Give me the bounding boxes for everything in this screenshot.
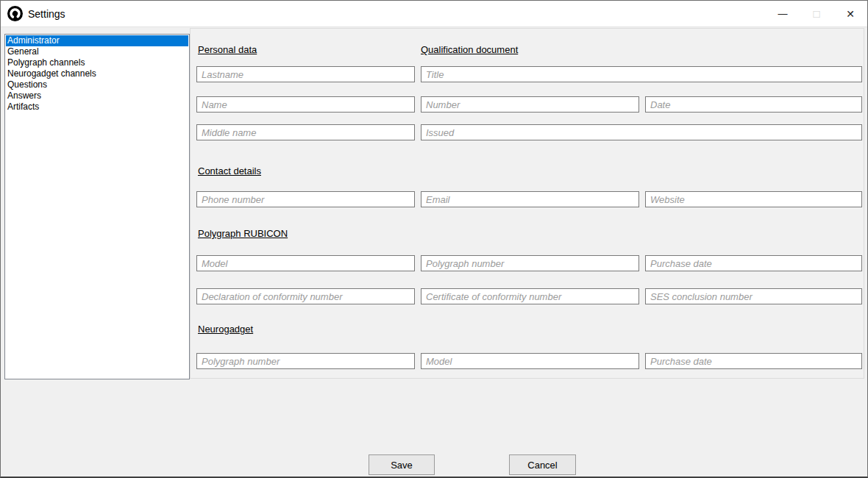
neurogadget-heading: Neurogadget <box>198 324 253 335</box>
email-field[interactable] <box>421 191 639 207</box>
certificate-conformity-field[interactable] <box>421 288 639 304</box>
close-icon: ✕ <box>846 8 855 20</box>
contact-details-heading: Contact details <box>198 165 261 176</box>
settings-form-panel: Personal data Qualification document Con… <box>190 28 864 379</box>
minimize-icon: — <box>778 8 788 19</box>
name-field[interactable] <box>196 96 415 113</box>
declaration-conformity-field[interactable] <box>196 288 415 304</box>
sidebar-item-polygraph-channels[interactable]: Polygraph channels <box>6 57 188 68</box>
sidebar-item-artifacts[interactable]: Artifacts <box>6 101 188 113</box>
qualification-number-field[interactable] <box>421 96 639 113</box>
qualification-document-heading: Qualification document <box>421 44 518 55</box>
maximize-icon: □ <box>813 7 819 20</box>
save-button[interactable]: Save <box>369 454 435 475</box>
personal-data-heading: Personal data <box>198 44 257 55</box>
sidebar-item-general[interactable]: General <box>6 46 188 57</box>
window-controls: — □ ✕ <box>766 1 867 26</box>
minimize-button[interactable]: — <box>766 1 800 26</box>
window-title: Settings <box>28 8 65 20</box>
polygraph-purchase-date-field[interactable] <box>645 255 862 271</box>
phone-number-field[interactable] <box>196 191 415 207</box>
title-bar: Settings — □ ✕ <box>1 1 867 27</box>
settings-nav-list: Administrator General Polygraph channels… <box>4 34 190 379</box>
sidebar-item-answers[interactable]: Answers <box>6 90 188 101</box>
rubicon-logo-icon <box>7 6 23 21</box>
website-field[interactable] <box>645 191 862 207</box>
polygraph-model-field[interactable] <box>196 255 415 271</box>
qualification-issued-field[interactable] <box>421 124 862 140</box>
settings-window: Settings — □ ✕ Administrator General Pol… <box>0 0 868 478</box>
lastname-field[interactable] <box>196 66 415 82</box>
cancel-button[interactable]: Cancel <box>509 454 576 475</box>
qualification-title-field[interactable] <box>421 66 862 82</box>
middle-name-field[interactable] <box>196 124 415 140</box>
ses-conclusion-field[interactable] <box>645 288 862 304</box>
polygraph-number-field[interactable] <box>421 255 639 271</box>
neurogadget-purchase-date-field[interactable] <box>645 353 862 369</box>
polygraph-rubicon-heading: Polygraph RUBICON <box>198 228 288 239</box>
sidebar-item-administrator[interactable]: Administrator <box>6 35 188 46</box>
close-button[interactable]: ✕ <box>833 1 867 26</box>
neurogadget-polygraph-number-field[interactable] <box>196 353 415 369</box>
neurogadget-model-field[interactable] <box>421 353 639 369</box>
qualification-date-field[interactable] <box>645 96 862 113</box>
sidebar-item-questions[interactable]: Questions <box>6 79 188 90</box>
maximize-button[interactable]: □ <box>800 1 833 26</box>
sidebar-item-neurogadget-channels[interactable]: Neurogadget channels <box>6 68 188 79</box>
